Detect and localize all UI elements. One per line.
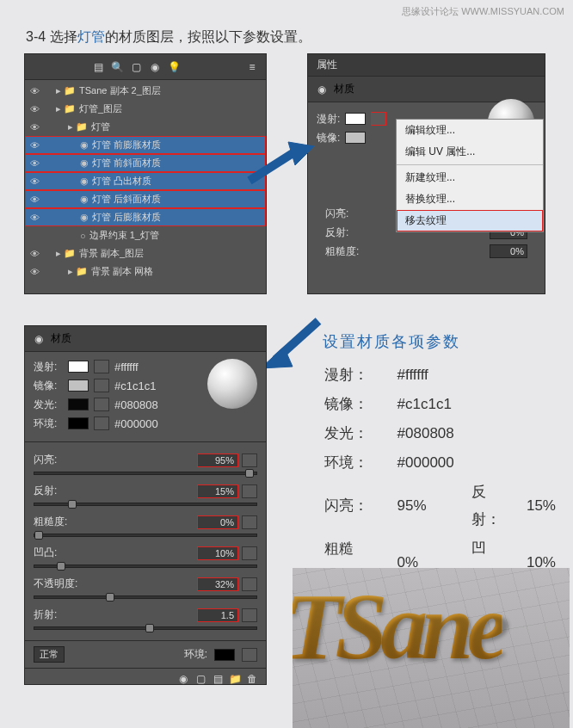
slider-value[interactable]: 15%	[197, 484, 238, 498]
slider-value[interactable]: 0%	[197, 515, 238, 529]
slider-value[interactable]: 1.5	[197, 608, 238, 622]
ctx-edit-texture[interactable]: 编辑纹理...	[397, 120, 543, 141]
layer-row[interactable]: 👁▸ 📁灯管	[25, 118, 266, 136]
slider-track[interactable]	[34, 626, 257, 630]
visibility-icon[interactable]: 👁	[25, 140, 44, 151]
slider-value[interactable]: 10%	[197, 546, 238, 560]
slider-label: 闪亮:	[34, 453, 80, 467]
visibility-icon[interactable]: 👁	[25, 104, 44, 114]
menu-icon[interactable]: ≡	[245, 60, 259, 74]
slider-icon[interactable]	[242, 484, 257, 498]
slider-knob[interactable]	[245, 469, 254, 478]
slider-icon[interactable]	[242, 546, 257, 560]
slider-knob[interactable]	[106, 593, 114, 602]
visibility-icon[interactable]: 👁	[25, 213, 44, 223]
ctx-remove-texture[interactable]: 移去纹理	[397, 210, 543, 231]
p-v1: #ffffff	[397, 361, 470, 389]
row-icon: ◉	[80, 176, 89, 187]
slider-knob[interactable]	[34, 531, 43, 540]
blend-mode-select[interactable]: 正常	[34, 646, 65, 663]
slider-knob[interactable]	[68, 500, 77, 509]
param-row: 闪亮：95%反射：15%	[324, 478, 571, 534]
slider-icon[interactable]	[242, 515, 257, 529]
layer-row[interactable]: 👁▸ 📁灯管_图层	[25, 100, 266, 118]
slider-row: 粗糙度:0%	[25, 511, 266, 542]
slider-knob[interactable]	[145, 624, 154, 632]
row-icon: ▸ 📁	[68, 266, 88, 277]
diffuse-texture-button[interactable]	[371, 112, 386, 126]
slider-track[interactable]	[34, 595, 257, 599]
ctx-replace-texture[interactable]: 替换纹理...	[397, 188, 543, 210]
visibility-icon[interactable]: 👁	[25, 122, 44, 133]
diffuse-swatch[interactable]	[345, 113, 366, 125]
visibility-icon[interactable]: 👁	[25, 267, 44, 277]
texture-btn[interactable]	[94, 379, 109, 392]
p-l1: 漫射：	[324, 361, 396, 389]
layer-row[interactable]: 👁◉灯管 凸出材质	[25, 172, 266, 190]
ctx-sep	[397, 164, 543, 165]
new-icon[interactable]: ▤	[211, 672, 225, 686]
visibility-icon[interactable]: 👁	[25, 176, 44, 187]
layer-row[interactable]: ○边界约束 1_灯管	[25, 226, 266, 244]
layer-row[interactable]: 👁◉灯管 前膨胀材质	[25, 136, 266, 154]
search-icon[interactable]: 🔍	[110, 60, 124, 74]
env-btn[interactable]	[242, 648, 257, 662]
color-swatch[interactable]	[68, 417, 89, 429]
env-swatch[interactable]	[214, 649, 235, 661]
slider-icon[interactable]	[242, 577, 257, 591]
slider-icon[interactable]	[242, 453, 257, 467]
visibility-icon[interactable]: 👁	[25, 249, 44, 259]
mat-label: 漫射:	[34, 360, 63, 374]
ctx-new-texture[interactable]: 新建纹理...	[397, 167, 543, 188]
specular-swatch[interactable]	[345, 132, 366, 144]
sphere-icon[interactable]: ◉	[176, 672, 190, 686]
layer-row[interactable]: 👁◉灯管 前斜面材质	[25, 154, 266, 172]
slider-track[interactable]	[34, 565, 257, 568]
layers-toolbar: ▤ 🔍 ▢ ◉ 💡 ≡	[25, 54, 266, 80]
slider-value[interactable]: 95%	[197, 453, 238, 467]
light-icon[interactable]: 💡	[167, 60, 181, 74]
mat-preview-sphere	[207, 359, 257, 409]
mat-label: 发光:	[34, 398, 63, 412]
properties-tab[interactable]: 属性	[308, 54, 545, 77]
slider-knob[interactable]	[57, 562, 65, 571]
visibility-icon[interactable]: 👁	[25, 86, 44, 96]
slider-track[interactable]	[34, 534, 257, 537]
row-icon: ◉	[80, 157, 89, 169]
layer-row[interactable]: 👁▸ 📁背景 副本_图层	[25, 244, 266, 262]
visibility-icon[interactable]: 👁	[25, 194, 44, 205]
ball-icon[interactable]: ◉	[148, 60, 162, 74]
layer-row[interactable]: 👁◉灯管 后斜面材质	[25, 190, 266, 208]
box-icon[interactable]: ▢	[194, 672, 207, 686]
watermark: 思缘设计论坛 WWW.MISSYUAN.COM	[402, 5, 564, 18]
visibility-icon[interactable]: 👁	[25, 158, 44, 169]
slider-label: 折射:	[34, 608, 80, 622]
rough-label: 粗糙度:	[325, 244, 365, 259]
p-v2	[527, 449, 571, 477]
folder-icon[interactable]: ▢	[129, 60, 143, 74]
layer-row[interactable]: 👁◉灯管 后膨胀材质	[25, 208, 266, 226]
slider-track[interactable]	[34, 503, 257, 506]
slider-track[interactable]	[34, 472, 257, 475]
slider-value[interactable]: 32%	[197, 577, 238, 591]
row-label: TSane 副本 2_图层	[76, 84, 161, 97]
row-label: 灯管 后斜面材质	[89, 193, 161, 206]
color-swatch[interactable]	[68, 361, 89, 373]
texture-btn[interactable]	[94, 416, 109, 430]
filter-icon[interactable]: ▤	[91, 60, 105, 74]
rough-val[interactable]: 0%	[490, 244, 527, 258]
color-swatch[interactable]	[68, 379, 89, 392]
texture-btn[interactable]	[94, 398, 109, 411]
trash-icon[interactable]: 🗑	[245, 672, 259, 686]
row-label: 灯管	[88, 120, 110, 133]
texture-btn[interactable]	[94, 360, 109, 373]
color-swatch[interactable]	[68, 398, 89, 410]
step-pre: 选择	[46, 29, 77, 44]
folder-icon2[interactable]: 📁	[228, 672, 242, 686]
slider-icon[interactable]	[242, 608, 257, 622]
row-label: 灯管 前膨胀材质	[89, 139, 161, 151]
layer-row[interactable]: 👁▸ 📁TSane 副本 2_图层	[25, 82, 266, 100]
layer-row[interactable]: 👁▸ 📁背景 副本 网格	[25, 262, 266, 281]
row-icon: ○	[80, 231, 86, 241]
ctx-edit-uv[interactable]: 编辑 UV 属性...	[397, 141, 543, 163]
